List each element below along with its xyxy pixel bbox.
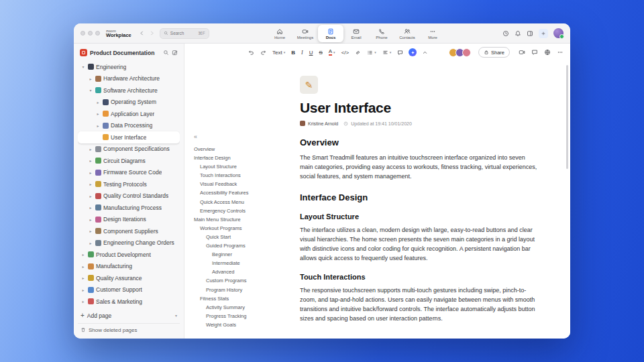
sidebar-item-application-layer[interactable]: ▸Application Layer: [78, 108, 180, 120]
translate-button[interactable]: [544, 49, 551, 56]
sidebar-item-engineering-change-orders[interactable]: ▸Engineering Change Orders: [78, 237, 180, 249]
redo-button[interactable]: [258, 48, 268, 57]
align-button[interactable]: ▾: [380, 48, 394, 57]
toc-item-custom-programs[interactable]: Custom Programs: [194, 276, 281, 285]
tab-email[interactable]: Email: [343, 24, 369, 43]
sidebar-item-software-architecture[interactable]: ▾Software Architecture: [78, 84, 180, 97]
user-avatar[interactable]: [553, 28, 564, 38]
toc-item-quick-access-menu[interactable]: Quick Access Menu: [194, 198, 281, 206]
toc-item-activity-summary[interactable]: Activity Summary: [194, 303, 281, 312]
zoom-window-button[interactable]: [95, 31, 100, 36]
chevron-right-icon[interactable]: ▸: [88, 182, 93, 186]
sidebar-item-manufacturing[interactable]: ▸Manufacturing: [78, 261, 180, 273]
tab-meetings[interactable]: Meetings: [292, 24, 318, 43]
recents-button[interactable]: [502, 30, 509, 37]
sidebar-item-product-development[interactable]: ▸Product Development: [78, 249, 180, 261]
insert-link-button[interactable]: [353, 48, 363, 57]
sidebar-item-quality-assurance[interactable]: ▸Quality Assurance: [78, 272, 180, 284]
chevron-right-icon[interactable]: ▸: [80, 276, 86, 280]
toc-item-intermediate[interactable]: Intermediate: [194, 259, 281, 267]
tab-docs[interactable]: Docs: [318, 25, 343, 42]
side-panel-button[interactable]: [527, 30, 533, 37]
show-deleted-pages-button[interactable]: Show deleted pages: [78, 323, 180, 336]
toc-collapse-icon[interactable]: «: [194, 133, 281, 140]
toc-item-quick-start[interactable]: Quick Start: [194, 233, 281, 241]
toc-item-workout-programs[interactable]: Workout Programs: [194, 224, 281, 233]
sidebar-item-firmware-source-code[interactable]: ▸Firmware Source Code: [78, 167, 180, 179]
sidebar-item-user-interface[interactable]: User Interface: [78, 131, 180, 143]
toc-item-guided-programs[interactable]: Guided Programs: [194, 241, 281, 250]
collaborator-avatar-3[interactable]: [462, 48, 471, 57]
window-controls[interactable]: [80, 31, 100, 36]
tab-home[interactable]: Home: [267, 24, 292, 43]
toc-item-overview[interactable]: Overview: [194, 145, 281, 154]
chevron-right-icon[interactable]: ▸: [88, 229, 93, 233]
comments-button[interactable]: [531, 49, 538, 56]
text-color-button[interactable]: A▾: [327, 48, 337, 57]
new-page-icon[interactable]: [172, 50, 178, 56]
start-video-button[interactable]: [519, 49, 525, 56]
back-icon[interactable]: [139, 30, 145, 36]
comment-button[interactable]: [395, 48, 405, 57]
chevron-right-icon[interactable]: ▸: [88, 205, 93, 210]
sidebar-item-sales-marketing[interactable]: ▸Sales & Marketing: [78, 296, 180, 308]
sidebar-item-hardware-architecture[interactable]: ▸Hardware Architecture: [78, 73, 180, 85]
strikethrough-button[interactable]: S: [317, 48, 324, 57]
share-button[interactable]: Share: [478, 47, 510, 58]
text-style-button[interactable]: Text▾: [270, 48, 287, 57]
ai-companion-button[interactable]: [409, 48, 417, 56]
toc-item-main-menu-structure[interactable]: Main Menu Structure: [194, 215, 281, 224]
bold-button[interactable]: B: [289, 48, 297, 57]
sidebar-item-operating-system[interactable]: ▸Operating System: [78, 97, 180, 109]
chevron-right-icon[interactable]: ▸: [80, 288, 86, 292]
undo-button[interactable]: [246, 48, 256, 57]
toc-item-progress-tracking[interactable]: Progress Tracking: [194, 312, 281, 320]
chevron-right-icon[interactable]: ▸: [88, 194, 93, 198]
close-window-button[interactable]: [80, 31, 85, 36]
chevron-down-icon[interactable]: ▾: [80, 64, 86, 69]
toc-item-accessibility-features[interactable]: Accessibility Features: [194, 188, 281, 197]
chevron-right-icon[interactable]: ▸: [80, 252, 86, 257]
toc-item-visual-feedback[interactable]: Visual Feedback: [194, 180, 281, 188]
sidebar-item-engineering[interactable]: ▾Engineering: [78, 61, 180, 73]
toc-item-advanced[interactable]: Advanced: [194, 267, 281, 276]
sidebar-item-data-processing[interactable]: ▸Data Processing: [78, 120, 180, 132]
toc-item-beginner[interactable]: Beginner: [194, 250, 281, 259]
sidebar-item-component-specifications[interactable]: ▸Component Specifications: [78, 143, 180, 156]
page-emoji-icon[interactable]: ✎: [300, 76, 318, 94]
more-options-button[interactable]: [557, 49, 564, 56]
toc-item-interface-design[interactable]: Interface Design: [194, 154, 281, 162]
toc-item-weight-goals[interactable]: Weight Goals: [194, 320, 281, 329]
collapse-toolbar-button[interactable]: [420, 48, 430, 57]
bullet-list-button[interactable]: ▾: [365, 48, 378, 57]
sidebar-search-icon[interactable]: [163, 50, 169, 56]
new-item-button[interactable]: [539, 29, 548, 38]
sidebar-item-circuit-diagrams[interactable]: ▸Circuit Diagrams: [78, 155, 180, 167]
chevron-down-icon[interactable]: ▾: [175, 313, 177, 318]
add-page-button[interactable]: + Add page ▾: [78, 310, 180, 321]
chevron-right-icon[interactable]: ▸: [95, 123, 101, 128]
toc-item-program-history[interactable]: Program History: [194, 286, 281, 294]
tab-more[interactable]: More: [420, 24, 445, 43]
notifications-button[interactable]: [515, 30, 521, 37]
chevron-right-icon[interactable]: ▸: [80, 264, 86, 269]
chevron-down-icon[interactable]: ▾: [88, 88, 93, 93]
chevron-right-icon[interactable]: ▸: [95, 100, 101, 105]
chevron-right-icon[interactable]: ▸: [88, 76, 93, 81]
chevron-right-icon[interactable]: ▸: [80, 299, 86, 304]
sidebar-item-testing-protocols[interactable]: ▸Testing Protocols: [78, 178, 180, 190]
minimize-window-button[interactable]: [88, 31, 93, 36]
forward-icon[interactable]: [149, 30, 155, 36]
chevron-right-icon[interactable]: ▸: [88, 158, 93, 163]
sidebar-item-quality-control-standards[interactable]: ▸Quality Control Standards: [78, 190, 180, 202]
chevron-right-icon[interactable]: ▸: [88, 170, 93, 175]
chevron-right-icon[interactable]: ▸: [88, 217, 93, 222]
chevron-right-icon[interactable]: ▸: [95, 111, 101, 116]
tab-phone[interactable]: Phone: [369, 24, 394, 43]
global-search-input[interactable]: Search ⌘F: [160, 28, 209, 39]
toc-item-emergency-controls[interactable]: Emergency Controls: [194, 206, 281, 215]
sidebar-item-component-suppliers[interactable]: ▸Component Suppliers: [78, 225, 180, 237]
tab-contacts[interactable]: Contacts: [394, 24, 420, 43]
code-block-button[interactable]: </>: [339, 48, 352, 57]
toc-item-touch-interactions[interactable]: Touch Interactions: [194, 171, 281, 180]
